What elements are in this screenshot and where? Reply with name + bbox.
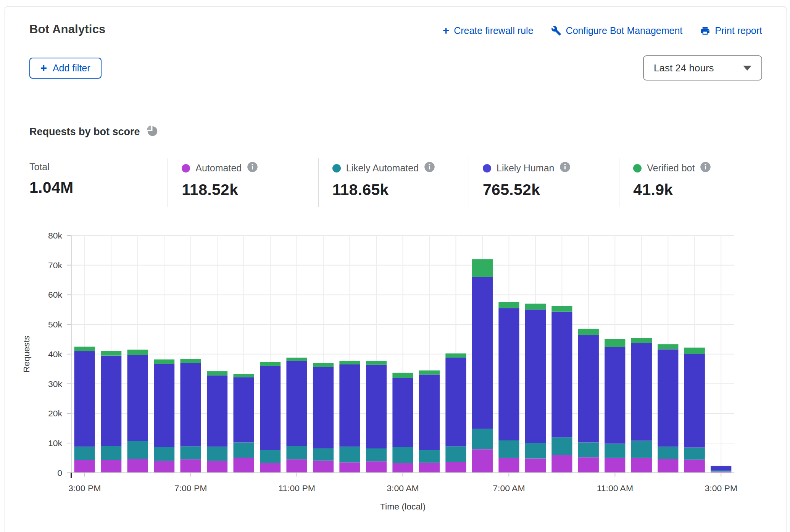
wrench-icon	[551, 26, 561, 36]
plus-icon: +	[40, 63, 47, 74]
svg-text:7:00 AM: 7:00 AM	[493, 483, 525, 493]
svg-text:30k: 30k	[48, 379, 63, 389]
page-title: Bot Analytics	[29, 23, 106, 36]
stat-verified-bot-label: Verified bot	[647, 163, 695, 174]
stat-automated: Automated 118.52k	[168, 158, 318, 207]
legend-dot-likely-automated	[332, 164, 341, 172]
stat-total: Total 1.04M	[29, 158, 168, 207]
chevron-down-icon	[743, 66, 751, 71]
pie-chart-icon	[146, 125, 158, 139]
bot-score-chart[interactable]: 010k20k30k40k50k60k70k80k3:00 PM7:00 PM1…	[18, 219, 775, 520]
svg-text:50k: 50k	[48, 319, 63, 329]
stat-verified-bot-value: 41.9k	[633, 181, 762, 199]
stat-likely-human: Likely Human 765.52k	[469, 158, 619, 207]
info-icon[interactable]	[424, 161, 435, 175]
time-range-value: Last 24 hours	[654, 62, 714, 74]
add-filter-button[interactable]: + Add filter	[29, 58, 102, 79]
svg-text:3:00 PM: 3:00 PM	[705, 483, 738, 493]
stats-row: Total 1.04M Automated 118.52k Likely Aut…	[29, 158, 762, 207]
svg-text:Requests: Requests	[21, 335, 31, 372]
stat-likely-automated: Likely Automated 118.65k	[318, 158, 469, 207]
legend-dot-automated	[182, 164, 190, 172]
stat-likely-human-label: Likely Human	[497, 163, 554, 174]
section-heading: Requests by bot score	[29, 125, 762, 139]
stat-total-value: 1.04M	[29, 179, 168, 197]
info-icon[interactable]	[700, 161, 711, 175]
print-report-link[interactable]: Print report	[700, 25, 762, 36]
stat-likely-automated-value: 118.65k	[332, 181, 469, 199]
bot-analytics-card: Bot Analytics + Create firewall rule Con…	[5, 6, 787, 532]
stat-total-label: Total	[29, 161, 50, 172]
stat-automated-value: 118.52k	[182, 181, 318, 199]
stat-verified-bot: Verified bot 41.9k	[619, 158, 762, 207]
info-icon[interactable]	[559, 161, 571, 175]
header-actions: + Create firewall rule Configure Bot Man…	[443, 23, 762, 36]
stat-likely-human-value: 765.52k	[483, 181, 619, 199]
svg-text:60k: 60k	[48, 290, 63, 300]
time-range-select[interactable]: Last 24 hours	[643, 55, 762, 81]
section-title: Requests by bot score	[29, 126, 140, 138]
svg-text:Time (local): Time (local)	[380, 501, 426, 511]
svg-text:10k: 10k	[48, 438, 63, 448]
legend-dot-verified-bot	[633, 164, 642, 172]
svg-text:3:00 AM: 3:00 AM	[387, 483, 419, 493]
stat-automated-label: Automated	[195, 163, 242, 174]
svg-text:11:00 PM: 11:00 PM	[278, 483, 315, 493]
svg-text:20k: 20k	[48, 408, 63, 418]
svg-text:0: 0	[57, 468, 62, 478]
configure-bot-management-link[interactable]: Configure Bot Management	[551, 25, 683, 36]
create-firewall-rule-link[interactable]: + Create firewall rule	[443, 25, 534, 36]
plus-icon: +	[443, 25, 450, 36]
add-filter-label: Add filter	[53, 63, 90, 74]
legend-dot-likely-human	[483, 164, 491, 172]
create-firewall-rule-label: Create firewall rule	[454, 25, 533, 36]
print-report-label: Print report	[715, 25, 762, 36]
svg-text:70k: 70k	[48, 260, 63, 270]
info-icon[interactable]	[247, 161, 258, 175]
svg-text:7:00 PM: 7:00 PM	[174, 483, 207, 493]
stat-likely-automated-label: Likely Automated	[346, 163, 419, 174]
card-header: Bot Analytics + Create firewall rule Con…	[5, 6, 787, 102]
svg-text:80k: 80k	[48, 231, 63, 240]
chart-wrap: 010k20k30k40k50k60k70k80k3:00 PM7:00 PM1…	[18, 219, 775, 520]
svg-text:40k: 40k	[48, 349, 63, 359]
svg-text:11:00 AM: 11:00 AM	[597, 483, 633, 493]
svg-text:3:00 PM: 3:00 PM	[68, 483, 101, 493]
printer-icon	[700, 26, 710, 36]
configure-bot-management-label: Configure Bot Management	[566, 25, 683, 36]
